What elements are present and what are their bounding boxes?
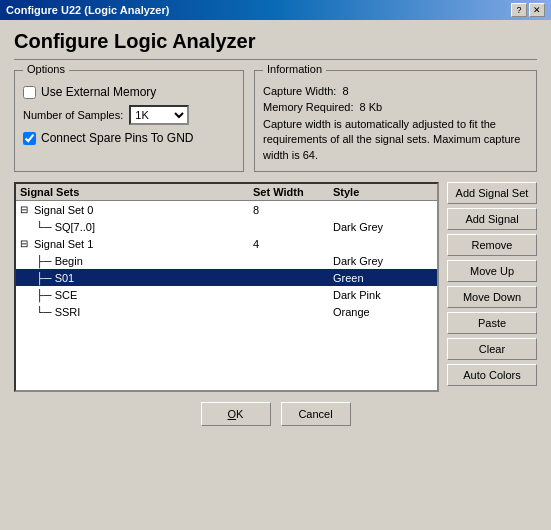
signal-name: ⊟Signal Set 1 <box>20 238 253 250</box>
signal-name: ├─ SCE <box>20 289 253 301</box>
signal-name: └─ SQ[7..0] <box>20 221 253 233</box>
signal-area: Signal Sets Set Width Style ⊟Signal Set … <box>14 182 537 392</box>
number-of-samples-row: Number of Samples: 1K 2K 4K 8K 16K <box>23 105 235 125</box>
number-of-samples-select[interactable]: 1K 2K 4K 8K 16K <box>129 105 189 125</box>
add-signal-set-button[interactable]: Add Signal Set <box>447 182 537 204</box>
dialog-heading: Configure Logic Analyzer <box>14 30 537 60</box>
signal-name: ├─ S01 <box>20 272 253 284</box>
table-row[interactable]: ├─ SCE Dark Pink <box>16 286 437 303</box>
table-row[interactable]: └─ SQ[7..0] Dark Grey <box>16 218 437 235</box>
cancel-button[interactable]: Cancel <box>281 402 351 426</box>
style-value: Dark Grey <box>333 221 433 233</box>
help-button[interactable]: ? <box>511 3 527 17</box>
move-up-button[interactable]: Move Up <box>447 260 537 282</box>
signal-table-header: Signal Sets Set Width Style <box>16 184 437 201</box>
paste-button[interactable]: Paste <box>447 312 537 334</box>
button-panel: Add Signal Set Add Signal Remove Move Up… <box>447 182 537 392</box>
capture-width-label: Capture Width: <box>263 85 336 97</box>
connect-spare-checkbox[interactable] <box>23 132 36 145</box>
window-title: Configure U22 (Logic Analyzer) <box>6 4 169 16</box>
title-bar: Configure U22 (Logic Analyzer) ? ✕ <box>0 0 551 20</box>
clear-button[interactable]: Clear <box>447 338 537 360</box>
table-row[interactable]: ⊟Signal Set 0 8 <box>16 201 437 218</box>
title-bar-buttons: ? ✕ <box>511 3 545 17</box>
style-value: Orange <box>333 306 433 318</box>
expand-icon: ⊟ <box>20 238 32 250</box>
signal-name: ⊟Signal Set 0 <box>20 204 253 216</box>
bottom-buttons: OK Cancel <box>14 402 537 426</box>
memory-required-row: Memory Required: 8 Kb <box>263 101 528 113</box>
table-row[interactable]: ⊟Signal Set 1 4 <box>16 235 437 252</box>
capture-width-value: 8 <box>342 85 348 97</box>
connect-spare-label: Connect Spare Pins To GND <box>41 131 194 145</box>
close-button[interactable]: ✕ <box>529 3 545 17</box>
add-signal-button[interactable]: Add Signal <box>447 208 537 230</box>
memory-required-value: 8 Kb <box>359 101 382 113</box>
use-external-memory-row: Use External Memory <box>23 85 235 99</box>
set-width: 4 <box>253 238 333 250</box>
signal-table[interactable]: Signal Sets Set Width Style ⊟Signal Set … <box>14 182 439 392</box>
header-signal-sets: Signal Sets <box>20 186 253 198</box>
capture-note: Capture width is automatically adjusted … <box>263 117 528 163</box>
use-external-memory-label: Use External Memory <box>41 85 156 99</box>
remove-button[interactable]: Remove <box>447 234 537 256</box>
set-width: 8 <box>253 204 333 216</box>
information-group-label: Information <box>263 63 326 75</box>
options-group: Options Use External Memory Number of Sa… <box>14 70 244 172</box>
expand-icon: ⊟ <box>20 204 32 216</box>
top-section: Options Use External Memory Number of Sa… <box>14 70 537 172</box>
auto-colors-button[interactable]: Auto Colors <box>447 364 537 386</box>
ok-button[interactable]: OK <box>201 402 271 426</box>
header-set-width: Set Width <box>253 186 333 198</box>
header-style: Style <box>333 186 433 198</box>
connect-spare-row: Connect Spare Pins To GND <box>23 131 235 145</box>
style-value: Green <box>333 272 433 284</box>
dialog-container: Configure Logic Analyzer Options Use Ext… <box>0 20 551 530</box>
number-of-samples-label: Number of Samples: <box>23 109 123 121</box>
move-down-button[interactable]: Move Down <box>447 286 537 308</box>
options-group-label: Options <box>23 63 69 75</box>
table-row[interactable]: ├─ Begin Dark Grey <box>16 252 437 269</box>
information-group: Information Capture Width: 8 Memory Requ… <box>254 70 537 172</box>
capture-width-row: Capture Width: 8 <box>263 85 528 97</box>
table-row[interactable]: └─ SSRI Orange <box>16 303 437 320</box>
use-external-memory-checkbox[interactable] <box>23 86 36 99</box>
ok-label: OK <box>228 408 244 420</box>
signal-name: ├─ Begin <box>20 255 253 267</box>
style-value: Dark Pink <box>333 289 433 301</box>
style-value: Dark Grey <box>333 255 433 267</box>
memory-required-label: Memory Required: <box>263 101 353 113</box>
signal-name: └─ SSRI <box>20 306 253 318</box>
table-row[interactable]: ├─ S01 Green <box>16 269 437 286</box>
